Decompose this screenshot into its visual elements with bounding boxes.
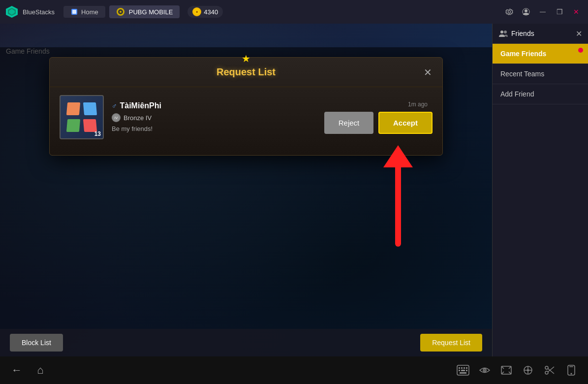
svg-point-8 bbox=[508, 11, 511, 13]
coins-value: 4340 bbox=[204, 8, 218, 16]
requester-rank: Bronze IV bbox=[124, 114, 152, 122]
restore-button[interactable]: ❒ bbox=[553, 5, 566, 19]
svg-point-32 bbox=[527, 369, 529, 371]
request-actions: 1m agoRejectAccept bbox=[324, 101, 433, 134]
keyboard-icon[interactable] bbox=[456, 363, 470, 377]
home-button[interactable]: ⌂ bbox=[33, 363, 47, 377]
svg-rect-25 bbox=[460, 372, 466, 374]
win-pane-blue bbox=[83, 102, 97, 115]
svg-point-15 bbox=[500, 31, 503, 33]
arrow-annotation bbox=[369, 140, 428, 249]
windows-logo bbox=[67, 102, 96, 132]
modal-title: Request List bbox=[217, 66, 276, 77]
request-modal: ★ Request List ✕ bbox=[49, 57, 443, 156]
panel-header: Friends ✕ bbox=[493, 24, 588, 44]
rank-icon: IV bbox=[112, 113, 121, 122]
svg-marker-14 bbox=[383, 145, 413, 167]
game-area: Game Friends ★ Request List ✕ bbox=[0, 24, 492, 356]
tab-add-friend[interactable]: Add Friend bbox=[493, 84, 588, 104]
scissors-icon[interactable] bbox=[543, 363, 557, 377]
request-time: 1m ago bbox=[408, 101, 428, 108]
svg-point-27 bbox=[484, 370, 486, 371]
svg-rect-39 bbox=[569, 366, 573, 367]
svg-point-7 bbox=[120, 11, 122, 13]
modal-close-button[interactable]: ✕ bbox=[421, 65, 434, 79]
modal-overlay: ★ Request List ✕ bbox=[0, 47, 492, 329]
title-bar-controls: — ❒ ✕ bbox=[502, 5, 583, 19]
modal-header: Request List ✕ bbox=[50, 58, 442, 87]
panel-header-label: Friends bbox=[511, 30, 534, 37]
home-tab-label: Home bbox=[81, 8, 98, 16]
request-info: ♂ TàiMiênPhi IV Bronze IV Be my friends! bbox=[112, 101, 316, 133]
tab-recent-teams[interactable]: Recent Teams bbox=[493, 64, 588, 84]
right-panel: Friends ✕ Game Friends Recent Teams Add … bbox=[492, 24, 588, 356]
phone-icon[interactable] bbox=[564, 363, 578, 377]
svg-text:IV: IV bbox=[115, 116, 118, 120]
coins-display: ● 4340 bbox=[187, 6, 223, 18]
requester-avatar: 13 bbox=[60, 95, 104, 139]
svg-point-16 bbox=[504, 31, 507, 33]
taskbar-right bbox=[456, 363, 578, 377]
taskbar: ← ⌂ bbox=[0, 356, 588, 384]
close-button[interactable]: ✕ bbox=[569, 5, 583, 19]
accept-button[interactable]: Accept bbox=[378, 112, 433, 134]
svg-rect-21 bbox=[466, 367, 467, 369]
tab-game-friends[interactable]: Game Friends bbox=[493, 44, 588, 64]
requester-name-row: ♂ TàiMiênPhi bbox=[112, 101, 316, 110]
block-list-button[interactable]: Block List bbox=[10, 334, 63, 352]
requester-message: Be my friends! bbox=[112, 125, 153, 132]
home-tab[interactable]: Home bbox=[63, 6, 105, 18]
svg-rect-18 bbox=[459, 367, 460, 369]
location-icon[interactable] bbox=[521, 363, 535, 377]
back-button[interactable]: ← bbox=[10, 363, 24, 377]
bluestacks-logo bbox=[5, 5, 19, 19]
svg-point-38 bbox=[571, 373, 572, 375]
panel-header-left: Friends bbox=[498, 29, 534, 38]
svg-rect-22 bbox=[459, 370, 460, 371]
title-bar: BlueStacks Home PUBG MOBILE ● 4340 bbox=[0, 0, 588, 24]
win-pane-red bbox=[66, 102, 80, 115]
panel-tabs: Game Friends Recent Teams Add Friend bbox=[493, 44, 588, 104]
minimize-button[interactable]: — bbox=[536, 5, 550, 19]
taskbar-left: ← ⌂ bbox=[10, 363, 47, 377]
svg-point-9 bbox=[525, 9, 527, 12]
requester-rank-row: IV Bronze IV bbox=[112, 113, 316, 122]
expand-icon[interactable] bbox=[499, 363, 513, 377]
tab-game-friends-label: Game Friends bbox=[500, 50, 546, 58]
coin-icon: ● bbox=[192, 7, 201, 16]
request-item: 13 ♂ TàiMiênPhi IV bbox=[50, 87, 442, 147]
svg-point-33 bbox=[545, 366, 548, 369]
win-pane-green bbox=[66, 119, 80, 132]
reject-button[interactable]: Reject bbox=[324, 112, 373, 134]
panel-close-button[interactable]: ✕ bbox=[576, 29, 582, 38]
panel-friends-icon bbox=[498, 29, 508, 38]
notification-dot bbox=[578, 48, 583, 53]
svg-rect-19 bbox=[461, 367, 463, 369]
pubg-tab[interactable]: PUBG MOBILE bbox=[109, 5, 180, 18]
profile-icon[interactable] bbox=[519, 5, 533, 19]
svg-rect-24 bbox=[466, 370, 467, 371]
tab-recent-teams-label: Recent Teams bbox=[500, 70, 544, 78]
home-tab-icon bbox=[70, 8, 78, 16]
svg-rect-4 bbox=[72, 10, 76, 14]
request-list-button[interactable]: Request List bbox=[420, 334, 482, 352]
requester-name: TàiMiênPhi bbox=[120, 101, 161, 110]
eye-icon[interactable] bbox=[478, 363, 492, 377]
gender-icon: ♂ bbox=[112, 102, 117, 110]
app-name: BlueStacks bbox=[23, 8, 55, 16]
avatar-level: 13 bbox=[94, 130, 101, 137]
svg-rect-23 bbox=[461, 370, 465, 371]
svg-point-34 bbox=[545, 371, 548, 374]
svg-rect-20 bbox=[464, 367, 465, 369]
settings-icon[interactable] bbox=[502, 5, 516, 19]
pubg-tab-icon bbox=[116, 7, 125, 16]
pubg-tab-label: PUBG MOBILE bbox=[129, 8, 173, 16]
bottom-buttons: Block List Request List bbox=[0, 329, 492, 356]
tab-add-friend-label: Add Friend bbox=[500, 90, 534, 98]
